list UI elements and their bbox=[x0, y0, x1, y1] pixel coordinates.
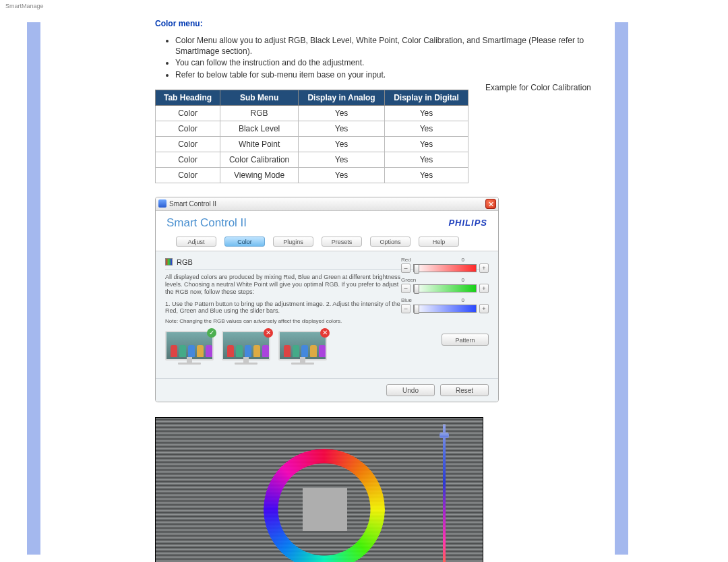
td: Yes bbox=[299, 167, 385, 183]
tab-options[interactable]: Options bbox=[370, 237, 411, 247]
td: Yes bbox=[385, 152, 468, 167]
preview-ok[interactable]: ✓ bbox=[165, 331, 214, 371]
brand-logo: PHILIPS bbox=[448, 218, 487, 228]
tab-plugins[interactable]: Plugins bbox=[273, 237, 313, 247]
tab-help[interactable]: Help bbox=[419, 237, 459, 247]
close-icon[interactable]: ✕ bbox=[485, 199, 496, 209]
page-header: SmartManage bbox=[0, 0, 728, 12]
td: White Point bbox=[220, 136, 299, 152]
preview-thumbs: ✓ ✕ ✕ bbox=[165, 331, 489, 371]
cross-icon: ✕ bbox=[320, 328, 330, 338]
td: RGB bbox=[220, 105, 299, 121]
panel-body: RGB All displayed colors are produced by… bbox=[156, 251, 498, 378]
section-title: Color menu: bbox=[155, 19, 627, 28]
tab-color[interactable]: Color bbox=[224, 237, 265, 247]
scale-thumb[interactable] bbox=[439, 433, 449, 438]
td: Yes bbox=[299, 152, 385, 167]
th: Tab Heading bbox=[156, 90, 220, 105]
td: Yes bbox=[299, 136, 385, 152]
td: Yes bbox=[299, 105, 385, 121]
tab-adjust[interactable]: Adjust bbox=[176, 237, 216, 247]
minus-button[interactable]: – bbox=[401, 263, 411, 273]
example-text: Example for Color Calibration bbox=[485, 83, 593, 94]
smart-control-window: Smart Control II ✕ Smart Control II PHIL… bbox=[155, 197, 499, 402]
td: Color Calibration bbox=[220, 152, 299, 167]
td: Yes bbox=[385, 121, 468, 136]
undo-button[interactable]: Undo bbox=[386, 384, 435, 396]
slider-red[interactable]: –+ bbox=[401, 263, 489, 273]
td: Color bbox=[156, 167, 220, 183]
td: Yes bbox=[385, 136, 468, 152]
app-icon bbox=[158, 199, 166, 208]
decor-left-bar bbox=[27, 22, 40, 555]
preview-no2[interactable]: ✕ bbox=[278, 331, 327, 371]
cross-icon: ✕ bbox=[264, 328, 273, 338]
slider-green[interactable]: –+ bbox=[401, 284, 489, 293]
brand-title: Smart Control II bbox=[166, 216, 247, 230]
gray-square bbox=[303, 488, 347, 531]
td: Viewing Mode bbox=[220, 167, 299, 183]
window-header: Smart Control II PHILIPS bbox=[156, 211, 498, 235]
tab-presets[interactable]: Presets bbox=[322, 237, 362, 247]
bullet-item: Color Menu allow you to adjust RGB, Blac… bbox=[175, 35, 627, 57]
th: Sub Menu bbox=[220, 90, 299, 105]
slider-group: Red0–+Green0–+Blue0–+ bbox=[401, 257, 489, 317]
panel-label: RGB bbox=[177, 258, 193, 266]
window-footer: Undo Reset bbox=[156, 378, 498, 402]
slider-blue[interactable]: –+ bbox=[401, 304, 489, 313]
td: Color bbox=[156, 152, 220, 167]
panel-desc: All displayed colors are produced by mix… bbox=[165, 274, 401, 296]
minus-button[interactable]: – bbox=[401, 284, 411, 293]
bullet-item: You can follow the instruction and do th… bbox=[175, 57, 627, 68]
td: Black Level bbox=[220, 121, 299, 136]
td: Yes bbox=[299, 121, 385, 136]
panel-steps: 1. Use the Pattern button to bring up th… bbox=[165, 301, 401, 314]
th: Display in Digital bbox=[385, 90, 468, 105]
bullet-item: Refer to below table for sub-menu item b… bbox=[175, 69, 627, 80]
panel-note: Note: Changing the RGB values can advers… bbox=[165, 318, 489, 324]
td: Color bbox=[156, 105, 220, 121]
td: Yes bbox=[385, 167, 468, 183]
pattern-button[interactable]: Pattern bbox=[442, 334, 489, 346]
td: Color bbox=[156, 136, 220, 152]
plus-button[interactable]: + bbox=[479, 304, 489, 313]
th: Display in Analog bbox=[299, 90, 385, 105]
plus-button[interactable]: + bbox=[479, 284, 489, 293]
calibration-image bbox=[155, 417, 483, 563]
bullet-list: Color Menu allow you to adjust RGB, Blac… bbox=[175, 35, 627, 80]
preview-no1[interactable]: ✕ bbox=[222, 331, 270, 371]
rgb-icon bbox=[165, 258, 173, 266]
tab-bar: AdjustColorPluginsPresetsOptionsHelp bbox=[156, 235, 498, 251]
td: Color bbox=[156, 121, 220, 136]
window-title: Smart Control II bbox=[169, 200, 216, 208]
color-table: Tab Heading Sub Menu Display in Analog D… bbox=[155, 90, 468, 183]
minus-button[interactable]: – bbox=[401, 304, 411, 313]
plus-button[interactable]: + bbox=[479, 263, 489, 273]
reset-button[interactable]: Reset bbox=[440, 384, 489, 396]
side-scale bbox=[433, 425, 450, 563]
decor-right-bar bbox=[615, 22, 628, 555]
check-icon: ✓ bbox=[207, 328, 216, 338]
window-titlebar: Smart Control II ✕ bbox=[156, 197, 498, 211]
td: Yes bbox=[385, 105, 468, 121]
